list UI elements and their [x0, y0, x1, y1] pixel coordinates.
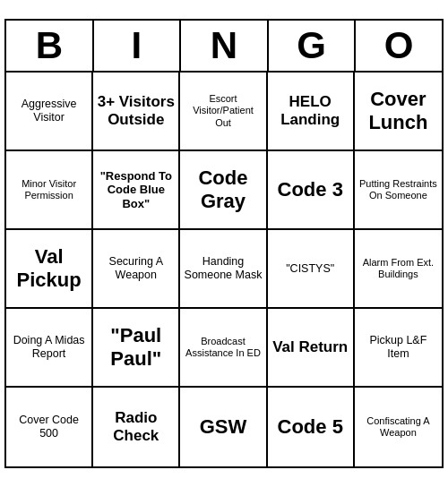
bingo-header: BINGO — [6, 21, 442, 73]
bingo-cell-20: Cover Code 500 — [6, 388, 93, 466]
bingo-cell-24: Confiscating A Weapon — [355, 388, 442, 466]
bingo-cell-7: Code Gray — [180, 151, 267, 230]
bingo-cell-22: GSW — [180, 388, 267, 466]
bingo-cell-2: Escort Visitor/Patient Out — [180, 73, 267, 151]
bingo-cell-5: Minor Visitor Permission — [6, 151, 93, 230]
bingo-cell-19: Pickup L&F Item — [355, 309, 442, 388]
bingo-cell-12: Handing Someone Mask — [180, 230, 267, 309]
header-letter-g: G — [269, 21, 357, 71]
bingo-cell-21: Radio Check — [93, 388, 180, 466]
bingo-cell-6: "Respond To Code Blue Box" — [93, 151, 180, 230]
bingo-cell-16: "Paul Paul" — [93, 309, 180, 388]
bingo-cell-10: Val Pickup — [6, 230, 93, 309]
bingo-cell-9: Putting Restraints On Someone — [355, 151, 442, 230]
bingo-cell-17: Broadcast Assistance In ED — [180, 309, 267, 388]
bingo-grid: Aggressive Visitor3+ Visitors OutsideEsc… — [6, 73, 442, 466]
bingo-cell-4: Cover Lunch — [355, 73, 442, 151]
header-letter-n: N — [181, 21, 269, 71]
bingo-cell-0: Aggressive Visitor — [6, 73, 93, 151]
bingo-cell-11: Securing A Weapon — [93, 230, 180, 309]
bingo-cell-18: Val Return — [268, 309, 355, 388]
header-letter-b: B — [6, 21, 94, 71]
bingo-cell-14: Alarm From Ext. Buildings — [355, 230, 442, 309]
bingo-cell-23: Code 5 — [268, 388, 355, 466]
bingo-cell-1: 3+ Visitors Outside — [93, 73, 180, 151]
header-letter-o: O — [356, 21, 442, 71]
bingo-cell-15: Doing A Midas Report — [6, 309, 93, 388]
bingo-cell-13: "CISTYS" — [268, 230, 355, 309]
bingo-cell-3: HELO Landing — [268, 73, 355, 151]
header-letter-i: I — [94, 21, 182, 71]
bingo-card: BINGO Aggressive Visitor3+ Visitors Outs… — [4, 19, 444, 468]
bingo-cell-8: Code 3 — [268, 151, 355, 230]
